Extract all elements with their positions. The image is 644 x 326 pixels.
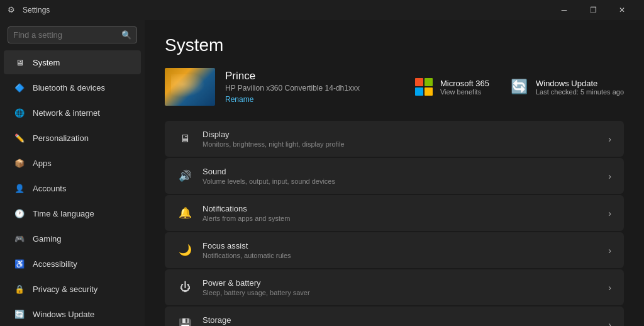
sidebar-item-accessibility[interactable]: ♿ Accessibility bbox=[4, 252, 141, 276]
microsoft365-text: Microsoft 365 View benefits bbox=[440, 79, 489, 96]
windows-update-shortcut[interactable]: 🔄 Windows Update Last checked: 5 minutes… bbox=[509, 77, 624, 97]
power-battery-chevron: › bbox=[608, 283, 611, 293]
bluetooth-icon: 🔷 bbox=[14, 82, 25, 93]
sound-chevron: › bbox=[608, 171, 611, 181]
display-desc: Monitors, brightness, night light, displ… bbox=[203, 140, 598, 148]
network-label: Network & internet bbox=[33, 108, 100, 118]
content-area: System Prince HP Pavilion x360 Convertib… bbox=[145, 20, 644, 326]
apps-icon: 📦 bbox=[14, 157, 25, 169]
accounts-icon: 👤 bbox=[14, 183, 25, 194]
apps-label: Apps bbox=[33, 159, 52, 168]
system-icon: 🖥 bbox=[14, 57, 25, 68]
settings-item-focus-assist[interactable]: 🌙 Focus assist Notifications, automatic … bbox=[165, 232, 624, 268]
settings-item-storage[interactable]: 💾 Storage Storage space, drives, configu… bbox=[165, 306, 624, 326]
power-battery-title: Power & battery bbox=[203, 278, 598, 288]
rename-link[interactable]: Rename bbox=[225, 95, 360, 104]
windows-update-icon: 🔄 bbox=[509, 77, 530, 97]
display-title: Display bbox=[203, 130, 598, 139]
microsoft365-title: Microsoft 365 bbox=[440, 79, 489, 88]
display-chevron: › bbox=[608, 134, 611, 144]
focus-assist-text: Focus assist Notifications, automatic ru… bbox=[203, 241, 598, 259]
accessibility-label: Accessibility bbox=[33, 259, 77, 269]
sidebar-item-windows-update[interactable]: 🔄 Windows Update bbox=[4, 302, 141, 326]
focus-assist-title: Focus assist bbox=[203, 241, 598, 250]
sidebar-item-accounts[interactable]: 👤 Accounts bbox=[4, 176, 141, 200]
sound-desc: Volume levels, output, input, sound devi… bbox=[203, 177, 598, 185]
settings-item-power-battery[interactable]: ⏻ Power & battery Sleep, battery usage, … bbox=[165, 269, 624, 305]
settings-item-notifications[interactable]: 🔔 Notifications Alerts from apps and sys… bbox=[165, 195, 624, 231]
power-battery-icon: ⏻ bbox=[177, 280, 192, 295]
display-icon: 🖥 bbox=[177, 132, 192, 147]
network-icon: 🌐 bbox=[14, 107, 25, 118]
sidebar-item-system[interactable]: 🖥 System bbox=[4, 50, 141, 74]
device-image bbox=[165, 68, 215, 106]
sidebar: 🔍 🖥 System 🔷 Bluetooth & devices 🌐 Netwo… bbox=[0, 20, 145, 326]
settings-item-sound[interactable]: 🔊 Sound Volume levels, output, input, so… bbox=[165, 158, 624, 194]
time-language-label: Time & language bbox=[33, 209, 94, 218]
search-input[interactable] bbox=[13, 30, 121, 40]
power-battery-text: Power & battery Sleep, battery usage, ba… bbox=[203, 278, 598, 296]
sidebar-nav: 🖥 System 🔷 Bluetooth & devices 🌐 Network… bbox=[0, 50, 145, 326]
main-container: 🔍 🖥 System 🔷 Bluetooth & devices 🌐 Netwo… bbox=[0, 20, 644, 326]
privacy-security-icon: 🔒 bbox=[14, 283, 25, 295]
microsoft365-subtitle: View benefits bbox=[440, 88, 489, 96]
focus-assist-desc: Notifications, automatic rules bbox=[203, 252, 598, 259]
focus-assist-icon: 🌙 bbox=[177, 243, 192, 258]
page-title: System bbox=[165, 35, 624, 55]
maximize-button[interactable]: ❐ bbox=[579, 0, 608, 20]
sound-text: Sound Volume levels, output, input, soun… bbox=[203, 167, 598, 185]
windows-update-subtitle: Last checked: 5 minutes ago bbox=[536, 88, 624, 96]
device-card: Prince HP Pavilion x360 Convertible 14-d… bbox=[165, 68, 624, 106]
sidebar-item-bluetooth[interactable]: 🔷 Bluetooth & devices bbox=[4, 76, 141, 99]
personalization-label: Personalization bbox=[33, 133, 89, 143]
settings-item-display[interactable]: 🖥 Display Monitors, brightness, night li… bbox=[165, 121, 624, 157]
gaming-icon: 🎮 bbox=[14, 233, 25, 244]
windows-update-icon: 🔄 bbox=[14, 308, 25, 320]
microsoft365-shortcut[interactable]: Microsoft 365 View benefits bbox=[414, 77, 489, 97]
close-button[interactable]: ✕ bbox=[608, 0, 636, 20]
gaming-label: Gaming bbox=[33, 234, 62, 244]
sidebar-item-personalization[interactable]: ✏️ Personalization bbox=[4, 126, 141, 150]
notifications-text: Notifications Alerts from apps and syste… bbox=[203, 204, 598, 222]
privacy-security-label: Privacy & security bbox=[33, 284, 97, 294]
sidebar-item-privacy-security[interactable]: 🔒 Privacy & security bbox=[4, 277, 141, 301]
sidebar-item-gaming[interactable]: 🎮 Gaming bbox=[4, 227, 141, 250]
focus-assist-chevron: › bbox=[608, 245, 611, 256]
device-model: HP Pavilion x360 Convertible 14-dh1xxx bbox=[225, 84, 360, 93]
sound-title: Sound bbox=[203, 167, 598, 176]
sidebar-item-network[interactable]: 🌐 Network & internet bbox=[4, 101, 141, 125]
storage-chevron: › bbox=[608, 320, 611, 327]
notifications-desc: Alerts from apps and system bbox=[203, 215, 598, 222]
title-bar-title: Settings bbox=[23, 6, 550, 14]
personalization-icon: ✏️ bbox=[14, 132, 25, 143]
system-label: System bbox=[33, 58, 60, 67]
power-battery-desc: Sleep, battery usage, battery saver bbox=[203, 289, 598, 296]
device-text: Prince HP Pavilion x360 Convertible 14-d… bbox=[225, 70, 360, 104]
settings-list: 🖥 Display Monitors, brightness, night li… bbox=[165, 121, 624, 326]
storage-text: Storage Storage space, drives, configura… bbox=[203, 315, 598, 326]
sound-icon: 🔊 bbox=[177, 169, 192, 184]
sidebar-item-time-language[interactable]: 🕐 Time & language bbox=[4, 201, 141, 225]
device-info: Prince HP Pavilion x360 Convertible 14-d… bbox=[165, 68, 360, 106]
accounts-label: Accounts bbox=[33, 184, 66, 193]
bluetooth-label: Bluetooth & devices bbox=[33, 83, 105, 93]
notifications-icon: 🔔 bbox=[177, 206, 192, 221]
time-language-icon: 🕐 bbox=[14, 208, 25, 219]
display-text: Display Monitors, brightness, night ligh… bbox=[203, 130, 598, 148]
search-icon: 🔍 bbox=[121, 30, 131, 40]
sidebar-item-apps[interactable]: 📦 Apps bbox=[4, 151, 141, 175]
device-shortcuts: Microsoft 365 View benefits 🔄 Windows Up… bbox=[414, 77, 624, 97]
notifications-chevron: › bbox=[608, 208, 611, 218]
title-bar: ⚙ Settings ─ ❐ ✕ bbox=[0, 0, 644, 20]
accessibility-icon: ♿ bbox=[14, 258, 25, 269]
storage-title: Storage bbox=[203, 315, 598, 325]
device-name: Prince bbox=[225, 70, 360, 82]
search-container[interactable]: 🔍 bbox=[8, 26, 137, 43]
windows-update-label: Windows Update bbox=[33, 310, 94, 319]
microsoft365-icon bbox=[414, 77, 434, 97]
window-controls: ─ ❐ ✕ bbox=[550, 0, 636, 20]
windows-update-title: Windows Update bbox=[536, 79, 624, 88]
windows-update-text: Windows Update Last checked: 5 minutes a… bbox=[536, 79, 624, 96]
minimize-button[interactable]: ─ bbox=[550, 0, 579, 20]
settings-icon: ⚙ bbox=[8, 5, 18, 15]
